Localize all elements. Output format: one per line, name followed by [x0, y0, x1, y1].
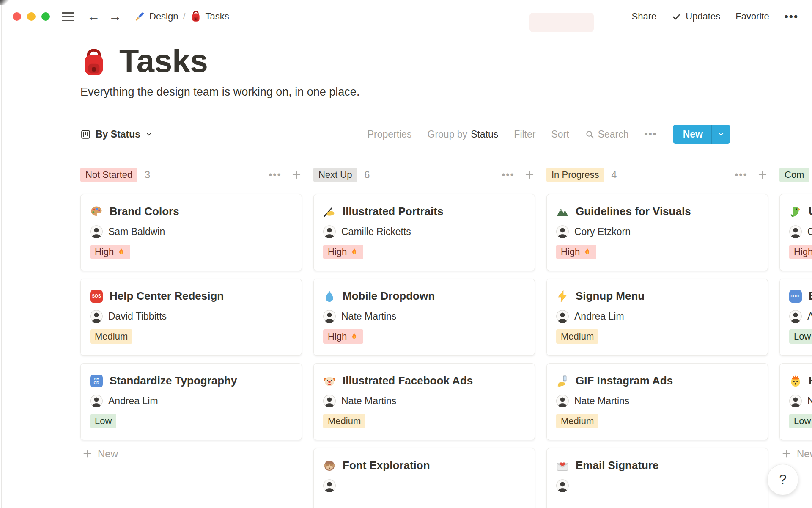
priority-label: Medium — [561, 416, 594, 427]
task-card[interactable]: SOS Help Center Redesign David Tibbitts … — [80, 279, 302, 356]
column-status-badge[interactable]: Com — [779, 168, 809, 182]
card-title: GIF Instagram Ads — [576, 374, 673, 387]
column-status-badge[interactable]: In Progress — [546, 168, 604, 182]
back-arrow-icon[interactable]: ← — [87, 9, 100, 24]
column-status-badge[interactable]: Not Started — [80, 168, 137, 182]
close-window-button[interactable] — [13, 12, 21, 21]
assignee-name: Andrea Lim — [108, 395, 158, 407]
column-add-card-icon[interactable] — [291, 169, 302, 180]
sort-button[interactable]: Sort — [551, 129, 569, 140]
priority-label: High — [95, 246, 114, 257]
fire-emoji-icon — [117, 247, 126, 257]
updates-button[interactable]: Updates — [672, 11, 720, 22]
card-title: H — [809, 374, 812, 387]
card-title: Help Center Redesign — [110, 290, 224, 303]
help-button[interactable]: ? — [767, 464, 798, 495]
zoom-window-button[interactable] — [41, 12, 50, 21]
priority-label: Medium — [561, 331, 594, 342]
minimize-window-button[interactable] — [27, 12, 36, 21]
love-letter-emoji-icon — [556, 459, 569, 472]
column-add-card-icon[interactable] — [524, 169, 535, 180]
breadcrumb: Design / Tasks — [134, 11, 229, 22]
sidebar-menu-icon[interactable] — [62, 12, 74, 21]
group-by-value: Status — [471, 129, 498, 140]
group-by-button[interactable]: Group by Status — [428, 129, 499, 140]
writing-hand-emoji-icon — [323, 205, 336, 218]
task-card[interactable]: GIF Instagram Ads Nate Martins Medium — [546, 363, 768, 440]
avatar — [556, 225, 569, 238]
fire-emoji-icon — [350, 247, 359, 257]
favorite-button[interactable]: Favorite — [735, 11, 769, 22]
kanban-board: Not Started 3 ••• Brand Colors — [80, 167, 812, 508]
task-card[interactable]: H N Low — [779, 363, 812, 440]
toolbar-divider — [80, 152, 812, 152]
breadcrumb-item-design[interactable]: Design — [134, 11, 178, 22]
task-card[interactable]: Signup Menu Andrea Lim Medium — [546, 279, 768, 356]
new-button[interactable]: New — [673, 125, 711, 144]
search-label: Search — [598, 129, 629, 140]
column-in-progress: In Progress 4 ••• Guidelines for Visuals — [546, 167, 768, 508]
more-options-icon[interactable]: ••• — [785, 10, 798, 23]
new-button-label: New — [683, 129, 703, 140]
priority-label: Medium — [95, 331, 128, 342]
page-title[interactable]: Tasks — [119, 44, 208, 78]
help-label: ? — [779, 472, 786, 487]
chevron-down-icon — [145, 130, 153, 138]
column-more-icon[interactable]: ••• — [735, 169, 748, 180]
assignee-name: Cory Etzkorn — [574, 226, 631, 237]
priority-badge: High — [323, 329, 363, 344]
exploding-head-emoji-icon — [789, 375, 802, 387]
toolbar-more-icon[interactable]: ••• — [645, 129, 657, 140]
parrot-emoji-icon — [789, 205, 802, 218]
task-card[interactable]: U C High — [779, 194, 812, 271]
search-button[interactable]: Search — [585, 129, 629, 140]
column-more-icon[interactable]: ••• — [502, 169, 515, 180]
paintbrush-emoji-icon — [134, 11, 145, 22]
task-card[interactable]: Guidelines for Visuals Cory Etzkorn High — [546, 194, 768, 271]
group-by-label: Group by — [428, 129, 468, 140]
add-new-card-button[interactable]: New — [80, 448, 302, 460]
new-button-dropdown[interactable] — [711, 125, 730, 144]
task-card[interactable]: COOL E A Low — [779, 279, 812, 356]
card-title: Brand Colors — [110, 205, 179, 218]
window-edge — [1, 0, 2, 508]
task-card[interactable]: Email Signature — [546, 448, 768, 508]
card-title: U — [809, 205, 812, 218]
breadcrumb-separator: / — [183, 11, 185, 22]
task-card[interactable]: ABCD Standardize Typography Andrea Lim L… — [80, 363, 302, 440]
plus-icon — [781, 449, 791, 459]
plus-icon — [82, 449, 92, 459]
properties-label: Properties — [368, 129, 412, 140]
priority-badge: Medium — [556, 329, 598, 344]
updates-label: Updates — [686, 11, 720, 22]
breadcrumb-item-tasks[interactable]: Tasks — [190, 11, 229, 22]
palette-emoji-icon — [90, 205, 103, 218]
add-new-card-button[interactable]: New — [779, 448, 812, 460]
properties-button[interactable]: Properties — [368, 129, 412, 140]
breadcrumb-label: Design — [149, 11, 178, 22]
avatar — [556, 479, 569, 492]
assignee-name: Nate Martins — [341, 311, 396, 322]
priority-label: Low — [95, 416, 112, 427]
forward-arrow-icon[interactable]: → — [109, 9, 122, 24]
lightning-emoji-icon — [556, 290, 569, 303]
sort-label: Sort — [551, 129, 569, 140]
share-button[interactable]: Share — [632, 11, 657, 22]
view-switcher[interactable]: By Status — [80, 129, 153, 140]
column-add-card-icon[interactable] — [757, 169, 768, 180]
priority-badge: Low — [789, 329, 812, 344]
priority-badge: Medium — [556, 414, 598, 428]
page-backpack-emoji-icon[interactable] — [80, 47, 107, 78]
column-more-icon[interactable]: ••• — [269, 169, 282, 180]
task-card[interactable]: Mobile Dropdown Nate Martins High — [313, 279, 535, 356]
task-card[interactable]: Font Exploration — [313, 448, 535, 508]
column-status-badge[interactable]: Next Up — [313, 168, 357, 182]
page-description[interactable]: Everything the design team is working on… — [80, 86, 812, 99]
new-card-label: New — [797, 448, 812, 460]
priority-label: Medium — [328, 416, 361, 427]
task-card[interactable]: Illustrated Facebook Ads Nate Martins Me… — [313, 363, 535, 440]
filter-button[interactable]: Filter — [514, 129, 535, 140]
new-button-group: New — [673, 125, 730, 144]
task-card[interactable]: Brand Colors Sam Baldwin High — [80, 194, 302, 271]
task-card[interactable]: Illustrated Portraits Camille Ricketts H… — [313, 194, 535, 271]
